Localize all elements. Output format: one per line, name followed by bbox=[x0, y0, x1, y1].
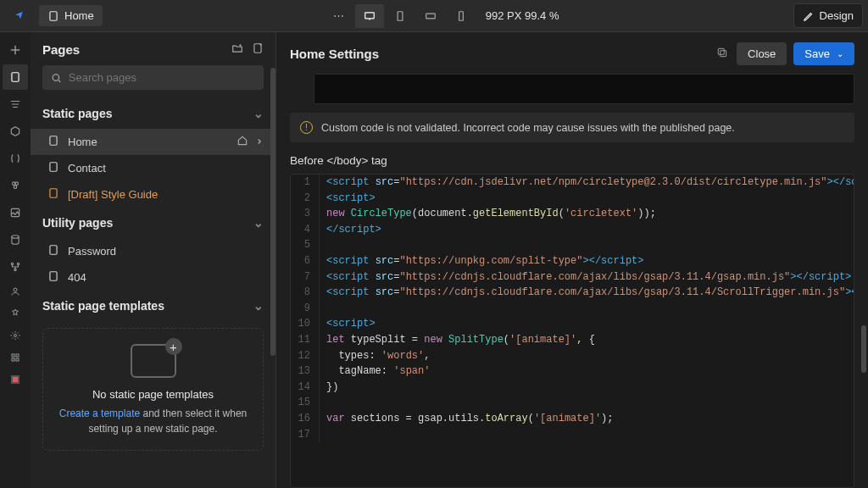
copy-icon[interactable] bbox=[716, 47, 728, 61]
line-number: 7 bbox=[291, 269, 320, 286]
svg-rect-5 bbox=[12, 73, 19, 82]
assets-icon[interactable] bbox=[3, 200, 28, 225]
device-tablet-landscape-icon[interactable] bbox=[416, 4, 445, 28]
device-mobile-icon[interactable] bbox=[447, 4, 476, 28]
svg-rect-18 bbox=[12, 358, 14, 361]
line-number: 17 bbox=[291, 427, 320, 443]
code-line: 16var sections = gsap.utils.toArray('[an… bbox=[291, 411, 854, 427]
code-editor[interactable]: 1<script src="https://cdn.jsdelivr.net/n… bbox=[290, 174, 854, 488]
code-line: 17 bbox=[291, 427, 854, 443]
warning-icon: ! bbox=[300, 121, 313, 134]
create-template-link[interactable]: Create a template bbox=[59, 408, 140, 419]
line-number: 3 bbox=[291, 206, 320, 222]
pages-tab-icon[interactable] bbox=[3, 64, 28, 90]
code-content: tagName: 'span' bbox=[320, 363, 430, 380]
variables-icon[interactable] bbox=[3, 146, 28, 171]
svg-point-21 bbox=[53, 74, 58, 80]
breadcrumb-home[interactable]: Home bbox=[39, 5, 103, 26]
settings-scrollbar[interactable] bbox=[861, 92, 866, 481]
styles-icon[interactable] bbox=[3, 173, 28, 198]
svg-point-15 bbox=[14, 335, 17, 337]
code-line: 7<script src="https://cdnjs.cloudflare.c… bbox=[291, 269, 854, 286]
code-content bbox=[320, 237, 326, 253]
svg-rect-2 bbox=[398, 11, 403, 20]
svg-rect-19 bbox=[16, 358, 19, 361]
static-pages-section[interactable]: Static pages ⌄ bbox=[31, 98, 275, 129]
templates-section[interactable]: Static page templates ⌄ bbox=[31, 291, 275, 321]
close-button[interactable]: Close bbox=[737, 42, 787, 65]
code-line: 2<script> bbox=[291, 191, 854, 207]
svg-point-8 bbox=[14, 186, 17, 189]
code-line: 4</script> bbox=[291, 222, 854, 238]
line-number: 16 bbox=[291, 411, 320, 427]
svg-rect-24 bbox=[50, 189, 57, 198]
page-settings-panel: Home Settings Close Save⌄ ! Custom code … bbox=[276, 32, 868, 488]
code-content: </script> bbox=[320, 222, 381, 238]
new-folder-icon[interactable] bbox=[231, 42, 243, 57]
settings-rail-icon[interactable] bbox=[3, 325, 28, 346]
svg-rect-3 bbox=[426, 14, 435, 19]
design-mode-button[interactable]: Design bbox=[793, 3, 863, 28]
cms-icon[interactable] bbox=[3, 227, 28, 252]
svg-point-12 bbox=[17, 263, 19, 264]
svg-rect-25 bbox=[50, 246, 57, 255]
code-line: 10<script> bbox=[291, 316, 854, 332]
code-content: }) bbox=[320, 380, 338, 396]
save-button[interactable]: Save⌄ bbox=[793, 42, 854, 65]
code-line: 15 bbox=[291, 395, 854, 411]
code-content bbox=[320, 427, 326, 443]
search-input[interactable] bbox=[69, 71, 255, 84]
plus-icon[interactable]: + bbox=[165, 338, 182, 355]
page-row[interactable]: [Draft] Style Guide bbox=[31, 181, 275, 208]
line-number: 2 bbox=[291, 191, 320, 207]
new-page-icon[interactable] bbox=[252, 42, 264, 57]
svg-point-10 bbox=[12, 236, 19, 239]
code-line: 14}) bbox=[291, 380, 854, 396]
audit-icon[interactable] bbox=[3, 369, 28, 390]
panel-scrollbar[interactable] bbox=[270, 68, 275, 488]
code-line: 11let typeSplit = new SplitType('[animat… bbox=[291, 332, 854, 348]
svg-rect-27 bbox=[721, 51, 726, 57]
code-line: 3new CircleType(document.getElementById(… bbox=[291, 206, 854, 222]
code-editor-collapsed[interactable] bbox=[314, 74, 854, 104]
components-icon[interactable] bbox=[3, 119, 28, 144]
page-row[interactable]: 404 bbox=[31, 264, 275, 291]
page-row[interactable]: Password bbox=[31, 238, 275, 264]
logic-icon[interactable] bbox=[3, 254, 28, 280]
add-element-button[interactable] bbox=[3, 37, 28, 63]
svg-rect-28 bbox=[718, 48, 724, 54]
apps-icon[interactable] bbox=[3, 347, 28, 368]
more-icon[interactable]: ⋯ bbox=[325, 4, 353, 28]
page-row[interactable]: Home bbox=[31, 129, 275, 155]
code-line: 12 types: 'words', bbox=[291, 348, 854, 364]
code-content bbox=[320, 301, 326, 317]
svg-rect-20 bbox=[254, 44, 261, 53]
line-number: 4 bbox=[291, 222, 320, 238]
device-desktop-icon[interactable] bbox=[355, 4, 384, 28]
ecommerce-icon[interactable] bbox=[3, 303, 28, 324]
line-number: 1 bbox=[291, 175, 320, 191]
line-number: 8 bbox=[291, 285, 320, 301]
code-content: let typeSplit = new SplitType('[animate]… bbox=[320, 332, 595, 348]
code-content: types: 'words', bbox=[320, 348, 430, 364]
search-icon bbox=[51, 72, 62, 84]
nav-lines-icon[interactable] bbox=[3, 92, 28, 117]
line-number: 9 bbox=[291, 301, 320, 317]
app-logo[interactable] bbox=[10, 6, 31, 26]
svg-point-14 bbox=[14, 288, 17, 291]
chevron-down-icon: ⌄ bbox=[253, 107, 264, 120]
code-content: <script> bbox=[320, 316, 376, 332]
utility-pages-section[interactable]: Utility pages ⌄ bbox=[31, 208, 275, 238]
device-tablet-icon[interactable] bbox=[386, 4, 415, 28]
svg-rect-23 bbox=[50, 163, 57, 172]
settings-title: Home Settings bbox=[290, 47, 379, 61]
line-number: 13 bbox=[291, 363, 320, 380]
page-row[interactable]: Contact bbox=[31, 155, 275, 181]
svg-point-7 bbox=[15, 182, 19, 186]
code-content: <script src="https://cdnjs.cloudflare.co… bbox=[320, 285, 854, 301]
chevron-right-icon bbox=[255, 136, 264, 148]
line-number: 11 bbox=[291, 332, 320, 348]
users-icon[interactable] bbox=[3, 281, 28, 302]
search-pages[interactable] bbox=[42, 65, 264, 90]
breadcrumb-label: Home bbox=[64, 9, 94, 22]
